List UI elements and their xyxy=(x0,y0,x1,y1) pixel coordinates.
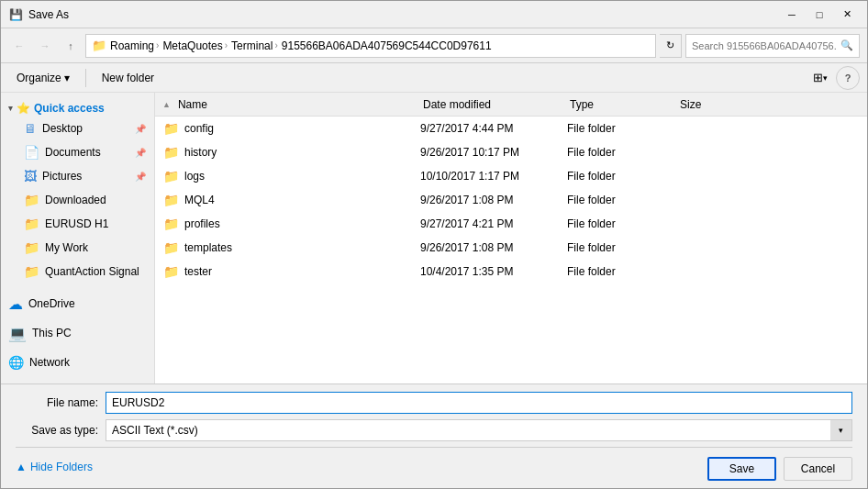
search-box[interactable]: 🔍 xyxy=(685,34,860,58)
file-name: MQL4 xyxy=(184,194,215,206)
file-name: templates xyxy=(184,241,232,254)
sidebar-item-eurusd[interactable]: 📁 EURUSD H1 xyxy=(1,212,154,236)
col-date-label: Date modified xyxy=(423,98,491,111)
table-row[interactable]: 📁 tester 10/4/2017 1:35 PM File folder xyxy=(155,260,867,283)
save-button[interactable]: Save xyxy=(707,457,776,481)
onedrive-label: OneDrive xyxy=(28,297,147,310)
hide-folders-button[interactable]: ▲ Hide Folders xyxy=(16,461,93,473)
breadcrumb-item-metaquotes[interactable]: MetaQuotes › xyxy=(162,39,228,52)
sidebar-item-documents[interactable]: 📄 Documents 📌 xyxy=(1,140,154,164)
file-type: File folder xyxy=(567,170,677,183)
toolbar: Organize ▾ New folder ⊞ ▾ ? xyxy=(1,63,867,93)
file-type: File folder xyxy=(567,146,677,159)
file-name: logs xyxy=(184,170,205,183)
pictures-pin-icon: 📌 xyxy=(135,172,146,182)
network-label: Network xyxy=(29,356,147,369)
file-list-header: ▲ Name Date modified Type xyxy=(155,93,867,117)
back-button[interactable]: ← xyxy=(8,35,30,57)
search-input[interactable] xyxy=(692,40,837,51)
breadcrumb-terminal-label: Terminal xyxy=(231,39,273,52)
filename-input[interactable] xyxy=(106,392,852,414)
breadcrumb-item-terminal[interactable]: Terminal › xyxy=(231,39,278,52)
filename-row: File name: xyxy=(16,392,852,414)
organize-label: Organize xyxy=(17,72,61,84)
folder-icon: 📁 xyxy=(163,264,179,279)
sidebar-item-quantaction[interactable]: 📁 QuantAction Signal xyxy=(1,260,154,283)
col-type-label: Type xyxy=(570,98,594,111)
toolbar-divider xyxy=(85,69,86,87)
quick-access-icon: ⭐ xyxy=(17,102,30,115)
close-button[interactable]: ✕ xyxy=(834,6,860,24)
breadcrumb-item-roaming[interactable]: Roaming › xyxy=(110,39,159,52)
file-list: 📁 config 9/27/2017 4:44 PM File folder 📁… xyxy=(155,117,867,383)
desktop-label: Desktop xyxy=(42,122,129,135)
thispc-label: This PC xyxy=(32,327,147,339)
folder-icon: 📁 xyxy=(163,240,179,255)
view-icon: ⊞ xyxy=(813,71,823,84)
sort-type-button[interactable]: Type xyxy=(566,98,597,111)
cancel-button[interactable]: Cancel xyxy=(784,457,852,481)
desktop-icon: 🖥 xyxy=(24,121,37,136)
thispc-icon: 💻 xyxy=(8,325,27,342)
sidebar-item-network[interactable]: 🌐 Network xyxy=(1,350,154,375)
sort-date-button[interactable]: Date modified xyxy=(419,98,495,111)
eurusd-label: EURUSD H1 xyxy=(45,217,146,230)
network-icon: 🌐 xyxy=(8,355,24,370)
sidebar-item-pictures[interactable]: 🖼 Pictures 📌 xyxy=(1,164,154,188)
quick-access-chevron: ▾ xyxy=(8,104,13,113)
quick-access-header[interactable]: ▾ ⭐ Quick access xyxy=(1,96,154,117)
table-row[interactable]: 📁 templates 9/26/2017 1:08 PM File folde… xyxy=(155,236,867,260)
new-folder-button[interactable]: New folder xyxy=(94,66,162,90)
forward-button[interactable]: → xyxy=(34,35,56,57)
file-name: config xyxy=(184,122,214,135)
table-row[interactable]: 📁 logs 10/10/2017 1:17 PM File folder xyxy=(155,164,867,188)
refresh-button[interactable]: ↻ xyxy=(660,34,682,58)
sidebar-item-mywork[interactable]: 📁 My Work xyxy=(1,236,154,260)
eurusd-icon: 📁 xyxy=(24,217,39,231)
documents-icon: 📄 xyxy=(24,145,39,160)
pictures-label: Pictures xyxy=(42,170,129,183)
sidebar-item-onedrive[interactable]: ☁ OneDrive xyxy=(1,291,154,317)
sort-size-button[interactable]: Size xyxy=(676,98,705,111)
organize-arrow-icon: ▾ xyxy=(64,72,70,84)
sort-name-button[interactable]: Name xyxy=(174,98,211,111)
table-row[interactable]: 📁 config 9/27/2017 4:44 PM File folder xyxy=(155,117,867,140)
maximize-button[interactable]: □ xyxy=(807,6,832,24)
onedrive-icon: ☁ xyxy=(8,295,23,313)
minimize-button[interactable]: ─ xyxy=(779,6,805,24)
savetype-label: Save as type: xyxy=(16,424,98,437)
organize-button[interactable]: Organize ▾ xyxy=(8,66,78,90)
up-button[interactable]: ↑ xyxy=(60,35,82,57)
sidebar-item-downloaded[interactable]: 📁 Downloaded xyxy=(1,188,154,212)
main-area: ▾ ⭐ Quick access 🖥 Desktop 📌 📄 Documents… xyxy=(1,93,867,383)
toolbar-right: ⊞ ▾ ? xyxy=(808,66,860,90)
folder-icon: 📁 xyxy=(163,145,179,160)
savetype-select-wrapper: ASCII Text (*.csv) ▾ xyxy=(106,419,852,441)
help-button[interactable]: ? xyxy=(836,66,860,90)
folder-icon: 📁 xyxy=(163,169,179,183)
sidebar-item-desktop[interactable]: 🖥 Desktop 📌 xyxy=(1,117,154,140)
breadcrumb-bar[interactable]: 📁 Roaming › MetaQuotes › Terminal › 9155… xyxy=(85,34,656,58)
col-size-label: Size xyxy=(680,98,701,111)
address-bar: ← → ↑ 📁 Roaming › MetaQuotes › Terminal … xyxy=(1,28,867,63)
view-button[interactable]: ⊞ ▾ xyxy=(808,66,832,90)
hide-folders-chevron-icon: ▲ xyxy=(16,461,27,473)
sidebar-item-thispc[interactable]: 💻 This PC xyxy=(1,320,154,346)
folder-icon: 📁 xyxy=(163,121,179,136)
title-bar-controls: ─ □ ✕ xyxy=(779,6,860,24)
table-row[interactable]: 📁 MQL4 9/26/2017 1:08 PM File folder xyxy=(155,188,867,212)
quantaction-label: QuantAction Signal xyxy=(45,265,146,278)
folder-icon: 📁 xyxy=(163,217,179,231)
hide-folders-label: Hide Folders xyxy=(30,461,93,473)
window-title: Save As xyxy=(28,8,69,21)
table-row[interactable]: 📁 history 9/26/2017 10:17 PM File folder xyxy=(155,140,867,164)
documents-pin-icon: 📌 xyxy=(135,148,146,158)
table-row[interactable]: 📁 profiles 9/27/2017 4:21 PM File folder xyxy=(155,212,867,236)
savetype-select[interactable]: ASCII Text (*.csv) xyxy=(106,419,852,441)
save-as-dialog: 💾 Save As ─ □ ✕ ← → ↑ 📁 Roaming › MetaQu… xyxy=(0,0,868,489)
file-date: 9/26/2017 1:08 PM xyxy=(420,194,567,206)
breadcrumb-item-id[interactable]: 915566BA06ADA407569C544CC0D97611 xyxy=(282,39,492,52)
breadcrumb-sep-2: › xyxy=(225,40,228,50)
breadcrumb-metaquotes-label: MetaQuotes xyxy=(162,39,222,52)
savetype-row: Save as type: ASCII Text (*.csv) ▾ xyxy=(16,419,852,441)
